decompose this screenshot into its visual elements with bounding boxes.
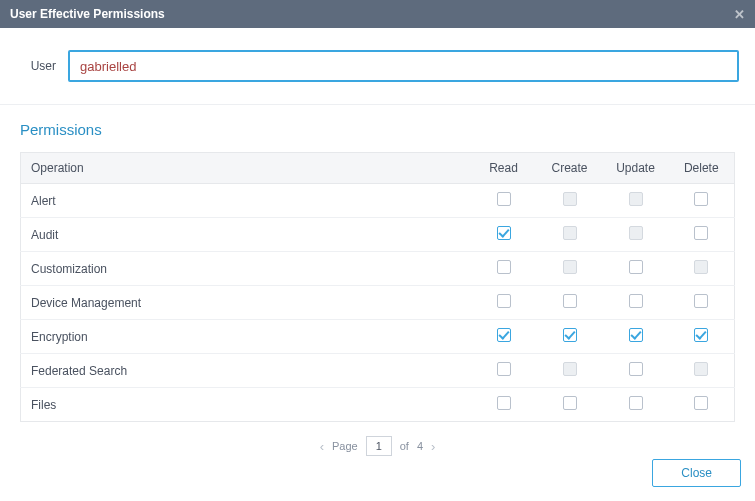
table-row: Alert [21,184,735,218]
operation-cell: Customization [21,252,471,286]
operation-cell: Encryption [21,320,471,354]
next-page-icon[interactable]: › [431,439,435,454]
create-checkbox[interactable] [563,294,577,308]
delete-checkbox[interactable] [694,294,708,308]
col-read: Read [471,153,537,184]
footer: Close [652,459,741,487]
table-row: Files [21,388,735,422]
create-cell [537,184,603,218]
read-checkbox[interactable] [497,226,511,240]
update-cell [603,354,669,388]
col-create: Create [537,153,603,184]
col-delete: Delete [669,153,735,184]
create-cell [537,252,603,286]
user-row: User [0,28,755,105]
update-cell [603,320,669,354]
read-cell [471,218,537,252]
update-checkbox[interactable] [629,396,643,410]
user-label: User [16,59,56,73]
read-cell [471,184,537,218]
update-cell [603,388,669,422]
create-cell [537,354,603,388]
read-cell [471,354,537,388]
delete-cell [669,218,735,252]
operation-cell: Device Management [21,286,471,320]
create-checkbox [563,192,577,206]
delete-cell [669,286,735,320]
table-row: Encryption [21,320,735,354]
prev-page-icon[interactable]: ‹ [320,439,324,454]
update-cell [603,218,669,252]
create-checkbox [563,260,577,274]
delete-checkbox[interactable] [694,396,708,410]
pager-total: 4 [417,440,423,452]
read-checkbox[interactable] [497,396,511,410]
titlebar: User Effective Permissions ✕ [0,0,755,28]
update-cell [603,184,669,218]
create-cell [537,388,603,422]
create-cell [537,218,603,252]
pager: ‹ Page of 4 › [20,422,735,470]
permissions-table: Operation Read Create Update Delete Aler… [20,152,735,422]
read-checkbox[interactable] [497,362,511,376]
delete-cell [669,354,735,388]
col-update: Update [603,153,669,184]
update-cell [603,252,669,286]
pager-of: of [400,440,409,452]
delete-cell [669,320,735,354]
read-checkbox[interactable] [497,294,511,308]
read-cell [471,320,537,354]
delete-checkbox [694,362,708,376]
create-checkbox[interactable] [563,396,577,410]
delete-cell [669,252,735,286]
update-checkbox [629,192,643,206]
content: Permissions Operation Read Create Update… [0,105,755,470]
page-input[interactable] [366,436,392,456]
delete-checkbox[interactable] [694,328,708,342]
operation-cell: Files [21,388,471,422]
delete-checkbox [694,260,708,274]
update-checkbox [629,226,643,240]
update-cell [603,286,669,320]
permissions-heading: Permissions [20,121,735,138]
create-checkbox [563,362,577,376]
dialog-title: User Effective Permissions [10,7,165,21]
operation-cell: Federated Search [21,354,471,388]
table-row: Customization [21,252,735,286]
table-row: Audit [21,218,735,252]
read-checkbox[interactable] [497,260,511,274]
create-cell [537,320,603,354]
col-operation: Operation [21,153,471,184]
read-cell [471,286,537,320]
delete-checkbox[interactable] [694,226,708,240]
read-cell [471,252,537,286]
read-checkbox[interactable] [497,328,511,342]
read-cell [471,388,537,422]
update-checkbox[interactable] [629,362,643,376]
read-checkbox[interactable] [497,192,511,206]
delete-checkbox[interactable] [694,192,708,206]
delete-cell [669,184,735,218]
update-checkbox[interactable] [629,294,643,308]
update-checkbox[interactable] [629,328,643,342]
create-checkbox[interactable] [563,328,577,342]
table-row: Device Management [21,286,735,320]
pager-label: Page [332,440,358,452]
delete-cell [669,388,735,422]
user-input[interactable] [68,50,739,82]
update-checkbox[interactable] [629,260,643,274]
table-row: Federated Search [21,354,735,388]
create-cell [537,286,603,320]
close-icon[interactable]: ✕ [734,7,745,22]
operation-cell: Audit [21,218,471,252]
create-checkbox [563,226,577,240]
close-button[interactable]: Close [652,459,741,487]
operation-cell: Alert [21,184,471,218]
